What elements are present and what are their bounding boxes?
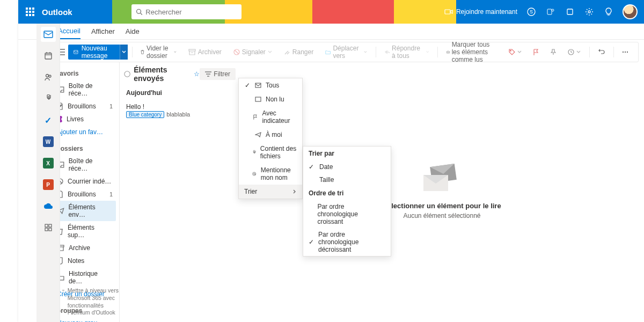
svg-point-28: [510, 50, 511, 52]
snooze-button[interactable]: [564, 49, 585, 55]
reader-subtitle: Aucun élément sélectionné: [403, 212, 480, 219]
filter-all[interactable]: ✓Tous: [239, 78, 302, 92]
svg-point-6: [552, 9, 554, 11]
teams-icon[interactable]: [545, 6, 556, 17]
block-icon: [233, 49, 240, 55]
svg-point-35: [125, 71, 130, 77]
pin-button[interactable]: [546, 49, 560, 55]
reply-all-button[interactable]: Répondre à tous: [380, 45, 434, 60]
sort-asc[interactable]: Par ordre chronologique croissant: [303, 200, 391, 228]
rail-calendar[interactable]: [41, 48, 56, 63]
svg-point-0: [136, 9, 141, 13]
svg-point-8: [588, 11, 590, 13]
rail-people[interactable]: [41, 70, 56, 85]
rail-onedrive[interactable]: [41, 199, 56, 214]
user-avatar[interactable]: [623, 4, 638, 19]
archive-icon: [188, 49, 196, 55]
svg-rect-11: [45, 53, 52, 59]
tidy-button[interactable]: Ranger: [280, 48, 318, 56]
undo-icon: [598, 49, 605, 55]
report-button[interactable]: Signaler: [229, 48, 276, 56]
mail-icon: [74, 49, 78, 55]
tips-icon[interactable]: [603, 6, 614, 17]
overflow-button[interactable]: ⋯: [618, 48, 634, 56]
join-now-button[interactable]: Rejoindre maintenant: [444, 8, 517, 16]
filter-flagged[interactable]: Avec indicateur: [239, 106, 302, 128]
skype-icon[interactable]: S: [526, 6, 537, 17]
reader-title: Sélectionner un élément pour le lire: [383, 202, 501, 210]
svg-text:S: S: [530, 9, 533, 14]
rail-todo[interactable]: ✓: [41, 113, 56, 128]
search-box[interactable]: [131, 4, 241, 19]
rail-powerpoint[interactable]: P: [41, 177, 56, 192]
mail-icon: [255, 83, 261, 88]
empty-folder-button[interactable]: Vider le dossier: [136, 45, 181, 60]
sort-menu: Trier par ✓Date Taille Ordre de tri Par …: [303, 146, 391, 257]
app-launcher-button[interactable]: [18, 8, 42, 16]
search-icon: [136, 8, 143, 16]
clock-icon: [568, 49, 574, 55]
mail-item[interactable]: Hello ! Blue categoryblablabla: [120, 100, 240, 121]
select-all-icon[interactable]: [124, 70, 130, 78]
mail-open-icon: [447, 49, 450, 55]
brand-label: Outlook: [42, 8, 72, 17]
sort-by-header: Trier par: [303, 147, 391, 160]
sort-date[interactable]: ✓Date: [303, 160, 391, 173]
tab-help[interactable]: Aide: [126, 24, 140, 39]
svg-rect-40: [255, 97, 261, 101]
new-message-dropdown[interactable]: [120, 45, 127, 60]
command-toolbar: Nouveau message Vider le dossier Archive…: [53, 42, 639, 62]
mail-category-tag: Blue category: [126, 111, 164, 118]
filter-sort[interactable]: Trier: [239, 185, 302, 199]
filter-button[interactable]: Filtrer: [200, 68, 236, 80]
mail-preview: blablabla: [166, 111, 190, 118]
day-header: Aujourd'hui: [120, 86, 240, 100]
filter-to-me[interactable]: À moi: [239, 128, 302, 142]
filter-icon: [205, 71, 211, 77]
sort-size[interactable]: Taille: [303, 173, 391, 186]
tag-button[interactable]: [504, 49, 526, 55]
svg-line-27: [235, 50, 238, 54]
rail-files[interactable]: [41, 91, 56, 106]
join-now-label: Rejoindre maintenant: [456, 8, 517, 16]
mail-subject: Hello !: [126, 103, 233, 111]
app-rail: ✓ W X P: [36, 24, 60, 322]
chevron-right-icon: [292, 189, 297, 194]
archive-button[interactable]: Archiver: [184, 48, 226, 56]
title-bar: Outlook Rejoindre maintenant S: [18, 0, 644, 24]
svg-line-1: [140, 13, 142, 14]
svg-rect-7: [567, 9, 573, 14]
rail-more[interactable]: [41, 220, 56, 235]
upgrade-notice[interactable]: Mettre à niveau vers Microsoft 365 avec …: [62, 287, 127, 317]
notification-icon[interactable]: [565, 6, 575, 17]
undo-button[interactable]: [594, 49, 609, 55]
rail-excel[interactable]: X: [41, 156, 56, 171]
flag-icon: [533, 49, 539, 55]
settings-icon[interactable]: [584, 6, 595, 17]
svg-rect-25: [189, 49, 195, 51]
filter-unread[interactable]: Non lu: [239, 92, 302, 106]
folder-move-icon: [325, 49, 331, 55]
svg-rect-18: [49, 224, 52, 227]
flag-icon: [253, 114, 258, 120]
filter-has-files[interactable]: Contient des fichiers: [239, 142, 302, 163]
svg-point-3: [528, 8, 535, 16]
svg-rect-20: [49, 228, 52, 231]
mark-all-read-button[interactable]: Marquer tous les éléments comme lus: [442, 41, 501, 63]
diamond-icon: [62, 287, 64, 294]
star-icon[interactable]: ☆: [194, 70, 200, 78]
flag-button[interactable]: [529, 49, 543, 55]
sort-desc[interactable]: ✓Par ordre chronologique décroissant: [303, 228, 391, 256]
move-to-button[interactable]: Déplacer vers: [321, 45, 371, 60]
svg-point-16: [49, 75, 51, 77]
filter-mentions[interactable]: Mentionne mon nom: [239, 163, 302, 185]
rail-mail[interactable]: [41, 27, 56, 42]
new-message-button[interactable]: Nouveau message: [68, 45, 128, 60]
rail-word[interactable]: W: [41, 134, 56, 149]
sort-order-header: Ordre de tri: [303, 186, 391, 200]
trash-icon: [141, 48, 144, 56]
broom-icon: [284, 49, 290, 55]
mail-icon: [255, 97, 261, 102]
search-input[interactable]: [145, 8, 237, 16]
mention-icon: [252, 171, 256, 177]
